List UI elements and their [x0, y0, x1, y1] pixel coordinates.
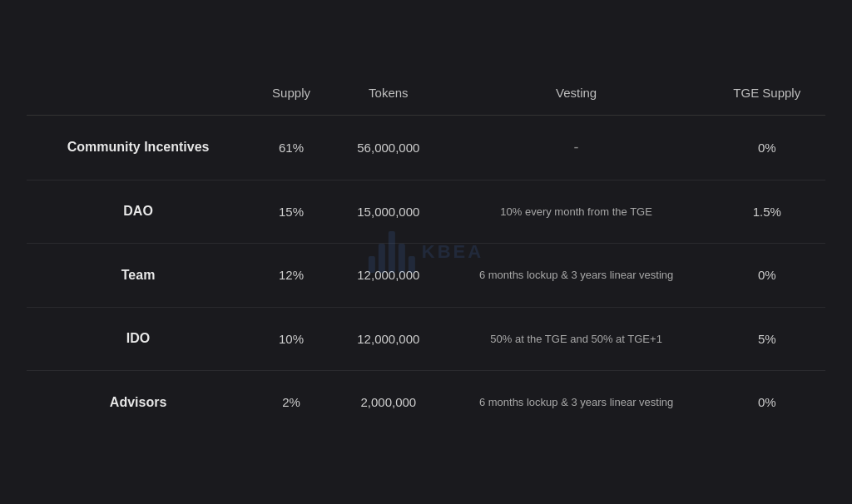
- table-row: Community Incentives61%56,000,000-0%: [27, 115, 825, 180]
- cell-supply: 12%: [250, 244, 333, 308]
- col-header-supply: Supply: [250, 71, 333, 116]
- cell-tokens: 12,000,000: [333, 244, 444, 308]
- cell-tge-supply: 0%: [708, 371, 825, 434]
- cell-tokens: 12,000,000: [333, 307, 444, 371]
- cell-vesting: -: [444, 115, 709, 180]
- cell-name: DAO: [27, 180, 250, 244]
- cell-vesting: 6 months lockup & 3 years linear vesting: [444, 244, 709, 308]
- table-header-row: Supply Tokens Vesting TGE Supply: [27, 71, 825, 116]
- cell-supply: 15%: [250, 180, 333, 244]
- cell-vesting: 50% at the TGE and 50% at TGE+1: [444, 307, 709, 371]
- col-header-name: [27, 71, 250, 116]
- col-header-tge-supply: TGE Supply: [708, 71, 825, 116]
- cell-supply: 10%: [250, 307, 333, 371]
- cell-name: Advisors: [27, 371, 250, 434]
- cell-tokens: 2,000,000: [333, 371, 444, 434]
- cell-supply: 2%: [250, 371, 333, 434]
- cell-tge-supply: 1.5%: [708, 180, 825, 244]
- col-header-vesting: Vesting: [444, 71, 709, 116]
- cell-tge-supply: 0%: [708, 115, 825, 180]
- table-row: Team12%12,000,0006 months lockup & 3 yea…: [27, 244, 825, 308]
- cell-tokens: 15,000,000: [333, 180, 444, 244]
- table-row: DAO15%15,000,00010% every month from the…: [27, 180, 825, 244]
- cell-tge-supply: 5%: [708, 307, 825, 371]
- table-row: IDO10%12,000,00050% at the TGE and 50% a…: [27, 307, 825, 371]
- cell-name: IDO: [27, 307, 250, 371]
- cell-vesting: 10% every month from the TGE: [444, 180, 709, 244]
- table-container: KBEA Supply Tokens Vesting TGE Supply Co…: [27, 71, 825, 434]
- cell-tge-supply: 0%: [708, 244, 825, 308]
- tokenomics-table: Supply Tokens Vesting TGE Supply Communi…: [27, 71, 825, 434]
- cell-name: Team: [27, 244, 250, 308]
- cell-vesting: 6 months lockup & 3 years linear vesting: [444, 371, 709, 434]
- col-header-tokens: Tokens: [333, 71, 444, 116]
- table-row: Advisors2%2,000,0006 months lockup & 3 y…: [27, 371, 825, 434]
- cell-supply: 61%: [250, 115, 333, 180]
- cell-tokens: 56,000,000: [333, 115, 444, 180]
- cell-name: Community Incentives: [27, 115, 250, 180]
